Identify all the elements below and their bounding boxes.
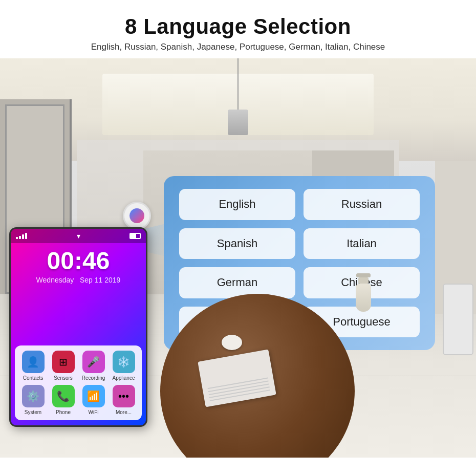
- vase-top: [356, 273, 371, 277]
- language-button-english[interactable]: English: [179, 189, 295, 220]
- language-button-italian[interactable]: Italian: [304, 228, 420, 259]
- app-icon-phone: 📞: [52, 385, 75, 407]
- language-button-spanish[interactable]: Spanish: [179, 228, 295, 259]
- vase-neck: [358, 277, 369, 284]
- phone-clock: 00:46: [47, 247, 110, 275]
- battery-icon: [129, 233, 141, 239]
- vase-body: [356, 284, 371, 312]
- language-button-russian[interactable]: Russian: [304, 189, 420, 220]
- pendant-wire: [237, 58, 239, 110]
- wall-device-screen: [129, 208, 144, 223]
- app-label-system: System: [25, 409, 41, 415]
- table-book: [198, 350, 276, 407]
- app-item-wifi[interactable]: 📶WiFi: [80, 385, 106, 415]
- wall-device: [123, 202, 151, 230]
- app-label-wifi: WiFi: [89, 409, 99, 415]
- app-label-recording: Recording: [82, 375, 105, 381]
- app-icon-system: ⚙️: [22, 385, 45, 407]
- app-item-recording[interactable]: 🎤Recording: [80, 351, 106, 381]
- app-icon-sensors: ⊞: [52, 351, 75, 373]
- app-label-appliance: Appliance: [113, 375, 135, 381]
- app-icon-recording: 🎤: [82, 351, 105, 373]
- pendant-shade: [228, 110, 248, 135]
- app-label-sensors: Sensors: [54, 375, 73, 381]
- bar: [22, 234, 24, 239]
- language-button-german[interactable]: German: [179, 267, 295, 298]
- app-icon-wifi: 📶: [82, 385, 105, 407]
- app-label-more: More...: [116, 409, 132, 415]
- right-wall-panel: [435, 161, 476, 314]
- app-icon-more: •••: [113, 385, 135, 407]
- app-label-contacts: Contacts: [23, 375, 43, 381]
- page-title: 8 Language Selection: [10, 14, 466, 39]
- book-line: [207, 377, 268, 389]
- bar: [25, 233, 27, 239]
- app-icon-appliance: ❄️: [113, 351, 135, 373]
- signal-bars: [16, 233, 27, 239]
- battery-fill: [131, 234, 136, 238]
- phone-screen: ▾ 00:46 Wednesday Sep 11 2019 👤Contacts⊞…: [11, 229, 146, 425]
- app-item-contacts[interactable]: 👤Contacts: [20, 351, 46, 381]
- phone-date: Wednesday Sep 11 2019: [11, 276, 146, 284]
- phone-day: Wednesday: [36, 276, 74, 284]
- bar: [19, 236, 21, 239]
- app-item-appliance[interactable]: ❄️Appliance: [111, 351, 137, 381]
- table-cup: [222, 335, 242, 350]
- intercom: [443, 284, 473, 355]
- status-bar: ▾: [11, 229, 146, 243]
- pendant-light: [228, 58, 248, 135]
- room-background: ▾ 00:46 Wednesday Sep 11 2019 👤Contacts⊞…: [0, 58, 476, 458]
- bar: [16, 237, 18, 239]
- book-lines: [207, 377, 270, 401]
- app-item-phone[interactable]: 📞Phone: [50, 385, 76, 415]
- page-subtitle: English, Russian, Spanish, Japanese, Por…: [10, 42, 466, 52]
- app-icon-contacts: 👤: [22, 351, 45, 373]
- phone-device: ▾ 00:46 Wednesday Sep 11 2019 👤Contacts⊞…: [9, 227, 147, 427]
- phone-date-value: Sep 11 2019: [80, 276, 120, 284]
- app-grid: 👤Contacts⊞Sensors🎤Recording❄️Appliance⚙️…: [15, 345, 142, 420]
- app-item-more[interactable]: •••More...: [111, 385, 137, 415]
- page-header: 8 Language Selection English, Russian, S…: [0, 0, 476, 58]
- wifi-icon: ▾: [77, 232, 80, 240]
- vase: [353, 273, 374, 314]
- app-item-system[interactable]: ⚙️System: [20, 385, 46, 415]
- app-item-sensors[interactable]: ⊞Sensors: [50, 351, 76, 381]
- app-label-phone: Phone: [56, 409, 71, 415]
